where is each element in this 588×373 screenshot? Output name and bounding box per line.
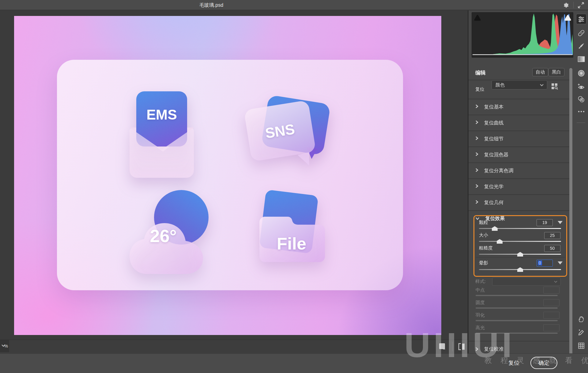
grain-slider-track[interactable] [479,228,561,229]
chevron-down-icon [554,280,558,283]
chevron-right-icon [475,152,478,156]
document-title: 毛玻璃.psd [0,0,423,10]
highlight-clipping-icon[interactable] [564,14,572,22]
edit-header-row: 编辑 自动 黑白 [469,66,570,80]
chevron-right-icon [475,184,478,188]
section-calibration[interactable]: 复位校准 [469,341,570,353]
profile-select[interactable]: 颜色 [492,80,547,89]
profile-browser-icon[interactable] [551,82,559,90]
brush-icon[interactable] [576,41,586,51]
chat-icon-label: SNS [264,120,296,141]
edit-panel: 编辑 自动 黑白 复位 颜色 复位基本 复位曲线 [469,10,588,353]
chat-bubble-front: SNS [244,100,316,162]
roughness-value-input[interactable]: 50 [544,245,560,252]
artwork-email-icon: EMS [130,91,194,178]
effects-inner-divider [476,257,565,257]
section-detail[interactable]: 复位细节 [469,131,570,146]
artwork-chat-icon: SNS [247,96,330,179]
section-basic[interactable]: 复位基本 [469,99,570,114]
canvas-area[interactable]: EMS SNS [0,10,468,340]
before-after-view-icon[interactable] [458,343,466,351]
section-split-toning[interactable]: 复位分离色调 [469,162,570,178]
chevron-down-icon [1,344,6,347]
settings-gear-icon[interactable] [562,1,570,9]
feather-label: 羽化 [476,312,485,318]
histogram-plot [472,13,573,57]
linear-gradient-tool-icon[interactable] [576,54,586,64]
size-value-input[interactable]: 25 [544,232,560,239]
titlebar-divider [573,2,574,8]
hand-tool-icon[interactable] [576,314,586,324]
view-mode-icon[interactable] [439,343,447,351]
fullscreen-expand-icon[interactable] [577,1,585,9]
shadow-clipping-icon[interactable] [473,14,481,22]
eyedropper-icon[interactable] [576,327,586,337]
chevron-right-icon [475,168,478,172]
histogram[interactable] [472,12,573,58]
midpoint-label: 中点 [476,287,485,293]
feather-value-disabled [543,312,560,319]
snapshots-icon[interactable] [576,94,586,104]
zoom-level-control[interactable]: % [0,340,9,352]
bottombar-divider [452,342,453,351]
artwork-folder-icon: File [245,177,328,265]
vignette-slider-track[interactable] [479,269,561,270]
effects-highlight-box: 颗粒 19 大小 25 粗糙度 50 [473,215,567,277]
grain-slider-thumb[interactable] [492,226,498,231]
section-mixer[interactable]: 复位混色器 [469,147,570,162]
email-icon-label: EMS [146,106,177,123]
section-geometry[interactable]: 复位几何 [469,194,570,210]
red-eye-tool-icon[interactable] [576,82,586,91]
chevron-right-icon [475,104,478,108]
size-slider-track[interactable] [479,241,561,242]
edit-title: 编辑 [475,69,486,76]
canvas-bottom-bar: % [0,340,468,353]
ok-button[interactable]: 确定 [530,357,557,369]
highlights-track-disabled [476,333,558,334]
chevron-right-icon [475,347,478,351]
artwork-weather-icon: 26° [127,190,210,282]
chevron-right-icon [475,200,478,204]
midpoint-track-disabled [476,295,558,296]
healing-bandage-icon[interactable] [576,28,586,38]
more-options-icon[interactable] [576,107,586,116]
edit-sliders-icon[interactable] [576,14,586,24]
roughness-slider-thumb[interactable] [517,252,523,257]
roundness-value-disabled [543,299,560,306]
artwork-preview[interactable]: EMS SNS [14,16,441,335]
size-slider-thumb[interactable] [497,239,503,244]
chevron-down-icon [540,84,544,87]
size-label: 大小 [479,232,488,238]
vignette-label: 晕影 [479,260,488,266]
grain-value-input[interactable]: 19 [537,219,553,226]
reset-button[interactable]: 复位 [502,359,526,367]
vignette-slider-thumb[interactable] [517,267,523,272]
section-optics[interactable]: 复位光学 [469,178,570,194]
black-white-button[interactable]: 黑白 [548,68,564,76]
grain-label: 颗粒 [479,220,488,226]
grain-dropdown-triangle[interactable] [558,221,563,224]
section-label: 复位校准 [484,346,503,352]
section-label: 复位混色器 [484,152,508,157]
profile-row: 复位 颜色 [469,80,570,99]
highlights-label: 高光 [476,325,485,331]
camera-raw-window: 毛玻璃.psd EMS [0,0,588,373]
panel-scrollbar[interactable] [569,68,572,362]
section-label: 复位基本 [484,104,503,109]
section-label: 复位几何 [484,200,503,205]
tool-strip [574,10,588,353]
vignette-value-input[interactable]: 0 [537,260,553,267]
radial-gradient-tool-icon[interactable] [576,68,586,78]
roughness-slider-track[interactable] [479,254,561,255]
grid-overlay-icon[interactable] [576,341,586,351]
profile-select-value: 颜色 [496,82,505,87]
auto-button[interactable]: 自动 [532,68,548,76]
panel-divider [468,10,469,373]
section-label: 复位曲线 [484,120,503,125]
vignette-dropdown-triangle[interactable] [558,261,563,265]
style-select-disabled [492,277,561,286]
chevron-right-icon [475,120,478,124]
vignette-value-selection: 0 [538,261,542,265]
section-curve[interactable]: 复位曲线 [469,115,570,130]
tool-strip-divider [577,123,585,123]
